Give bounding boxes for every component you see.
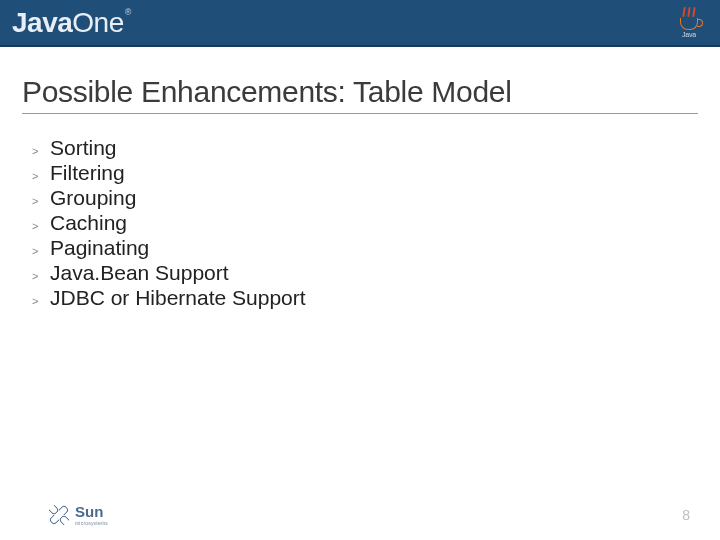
bullet-marker: > [32, 270, 50, 282]
content-area: Possible Enhancements: Table Model >Sort… [0, 47, 720, 310]
slide-title: Possible Enhancements: Table Model [22, 75, 698, 114]
list-item-text: Caching [50, 211, 127, 235]
slide-container: JavaOne® Java Possible Enhancements: Tab… [0, 0, 720, 540]
list-item-text: Java.Bean Support [50, 261, 229, 285]
list-item-text: JDBC or Hibernate Support [50, 286, 306, 310]
javaone-logo: JavaOne® [12, 7, 672, 39]
sun-logo: Sun microsystems [48, 503, 108, 526]
sun-mark-icon [43, 499, 74, 530]
sun-logo-text: Sun [75, 503, 108, 520]
logo-sub: One [72, 7, 123, 38]
list-item: >Sorting [32, 136, 698, 160]
list-item-text: Sorting [50, 136, 117, 160]
list-item: >Filtering [32, 161, 698, 185]
bullet-marker: > [32, 245, 50, 257]
list-item-text: Paginating [50, 236, 149, 260]
bullet-marker: > [32, 295, 50, 307]
java-cup-icon [680, 18, 698, 30]
list-item: >Java.Bean Support [32, 261, 698, 285]
java-steam-icon [682, 7, 696, 17]
list-item: >Paginating [32, 236, 698, 260]
java-icon: Java [672, 6, 706, 40]
java-icon-label: Java [682, 31, 696, 38]
list-item-text: Grouping [50, 186, 136, 210]
sun-text-wrap: Sun microsystems [75, 503, 108, 526]
header-bar: JavaOne® Java [0, 0, 720, 47]
list-item: >JDBC or Hibernate Support [32, 286, 698, 310]
page-number: 8 [682, 507, 690, 523]
list-item: >Caching [32, 211, 698, 235]
sun-logo-subtext: microsystems [75, 520, 108, 526]
bullet-marker: > [32, 170, 50, 182]
logo-main: Java [12, 7, 72, 38]
list-item: >Grouping [32, 186, 698, 210]
list-item-text: Filtering [50, 161, 125, 185]
footer: Sun microsystems 8 [0, 503, 720, 526]
bullet-list: >Sorting >Filtering >Grouping >Caching >… [22, 136, 698, 310]
bullet-marker: > [32, 195, 50, 207]
bullet-marker: > [32, 220, 50, 232]
javaone-logo-text: JavaOne® [12, 7, 131, 39]
bullet-marker: > [32, 145, 50, 157]
logo-reg: ® [125, 7, 131, 17]
